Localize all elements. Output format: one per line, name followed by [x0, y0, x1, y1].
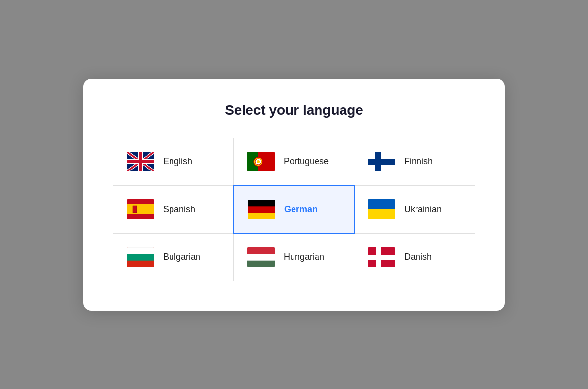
flag-english [127, 152, 154, 171]
language-option-bulgarian[interactable]: Bulgarian [113, 234, 234, 281]
language-option-english[interactable]: English [113, 138, 234, 186]
language-label-portuguese: Portuguese [284, 156, 329, 167]
flag-portuguese [247, 152, 275, 171]
language-grid: English Portuguese [113, 138, 475, 281]
language-option-ukrainian[interactable]: Ukrainian [354, 186, 475, 234]
language-label-spanish: Spanish [163, 204, 195, 215]
language-label-finnish: Finnish [404, 156, 433, 167]
language-label-english: English [163, 156, 192, 167]
language-label-ukrainian: Ukrainian [404, 204, 441, 215]
svg-rect-32 [368, 255, 395, 260]
svg-rect-33 [376, 247, 381, 267]
svg-rect-21 [248, 206, 275, 213]
svg-rect-22 [248, 213, 275, 219]
language-label-bulgarian: Bulgarian [163, 252, 200, 262]
language-option-finnish[interactable]: Finnish [354, 138, 475, 186]
svg-rect-26 [127, 247, 154, 254]
language-option-portuguese[interactable]: Portuguese [234, 138, 354, 186]
language-option-spanish[interactable]: Spanish [113, 186, 234, 234]
svg-rect-16 [375, 152, 381, 171]
flag-hungarian [247, 247, 275, 267]
language-label-german: German [284, 204, 318, 215]
flag-bulgarian [127, 247, 154, 267]
svg-rect-19 [133, 206, 137, 213]
svg-rect-24 [368, 199, 395, 209]
svg-rect-27 [127, 254, 154, 260]
flag-german [248, 200, 275, 219]
flag-danish [368, 247, 395, 267]
flag-spanish [127, 199, 154, 219]
flag-finnish [368, 152, 395, 171]
svg-point-13 [257, 160, 260, 163]
svg-rect-8 [127, 160, 154, 163]
language-selection-card: Select your language English [83, 79, 505, 311]
language-label-hungarian: Hungarian [284, 252, 324, 262]
language-label-danish: Danish [404, 252, 432, 262]
svg-rect-18 [127, 204, 154, 214]
page-title: Select your language [113, 102, 475, 118]
svg-rect-15 [368, 159, 395, 165]
language-option-hungarian[interactable]: Hungarian [234, 234, 354, 281]
language-option-danish[interactable]: Danish [354, 234, 475, 281]
language-option-german[interactable]: German [233, 185, 355, 234]
svg-rect-30 [247, 247, 275, 254]
flag-ukrainian [368, 199, 395, 219]
